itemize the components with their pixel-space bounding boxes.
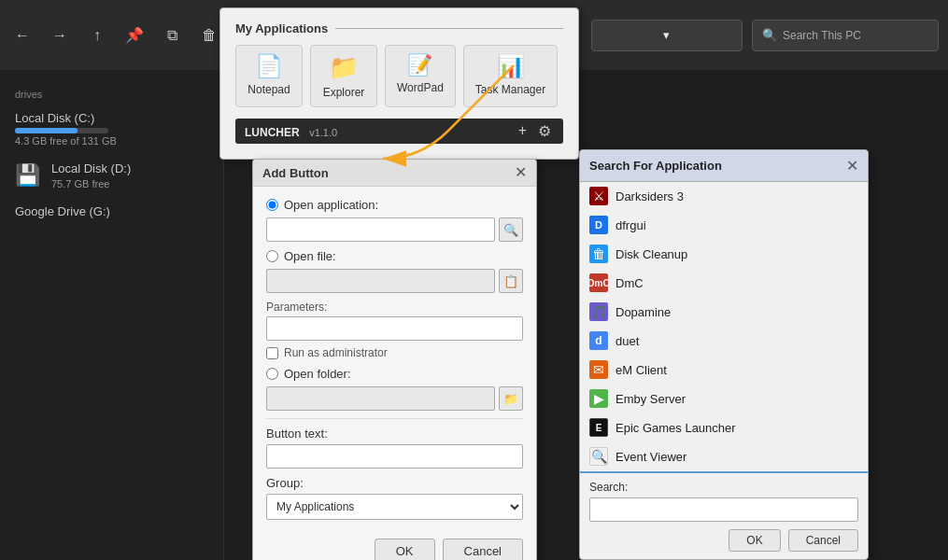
- run-as-admin-row[interactable]: Run as administrator: [266, 346, 523, 359]
- open-app-label: Open application:: [284, 198, 378, 212]
- app-notepad-button[interactable]: 📄 Notepad: [235, 45, 303, 107]
- app-name-dfrgui: dfrgui: [615, 218, 646, 232]
- app-name-epic: Epic Games Launcher: [615, 421, 736, 435]
- params-label: Parameters:: [266, 301, 523, 314]
- app-item-dopamine[interactable]: 🎵 Dopamine: [580, 298, 868, 327]
- app-name-duet: duet: [615, 334, 639, 348]
- ok-button[interactable]: OK: [375, 539, 435, 560]
- open-file-input-row: 📋: [266, 269, 523, 293]
- open-app-text-input[interactable]: [266, 217, 495, 242]
- button-text-label: Button text:: [266, 427, 523, 441]
- app-item-darksiders[interactable]: ⚔ Darksiders 3: [580, 182, 868, 211]
- group-select[interactable]: My Applications: [266, 494, 523, 520]
- search-dialog-footer: OK Cancel: [589, 529, 858, 552]
- app-name-diskcleanup: Disk Cleanup: [615, 247, 687, 261]
- open-app-option[interactable]: Open application:: [266, 198, 523, 212]
- pin-icon[interactable]: 📌: [121, 22, 148, 49]
- params-input[interactable]: [266, 316, 523, 341]
- drive-g[interactable]: Google Drive (G:): [0, 197, 223, 229]
- app-icon-emclient: ✉: [589, 360, 608, 379]
- delete-icon[interactable]: 🗑: [196, 22, 222, 49]
- search-placeholder: Search This PC: [783, 29, 861, 42]
- drive-d[interactable]: 💾 Local Disk (D:) 75.7 GB free: [0, 154, 223, 197]
- open-folder-input-row: 📁: [266, 386, 523, 411]
- open-file-option[interactable]: Open file:: [266, 249, 523, 263]
- add-app-button[interactable]: +: [516, 122, 530, 140]
- my-apps-title-text: My Applications: [235, 21, 328, 35]
- wordpad-icon: 📝: [407, 53, 432, 77]
- button-text-input[interactable]: [266, 444, 523, 469]
- open-file-text-input[interactable]: [266, 269, 495, 293]
- open-folder-text-input[interactable]: [266, 386, 495, 411]
- search-ok-button[interactable]: OK: [729, 529, 780, 552]
- drive-c-bar-bg: [15, 128, 108, 133]
- explorer-label: Explorer: [323, 86, 365, 99]
- copy-icon[interactable]: ⧉: [159, 22, 185, 49]
- app-item-embyserver[interactable]: ▶ Emby Server: [580, 385, 868, 413]
- app-explorer-button[interactable]: 📁 Explorer: [310, 45, 377, 107]
- settings-button[interactable]: ⚙: [535, 122, 554, 140]
- open-folder-browse-button[interactable]: 📁: [499, 386, 523, 411]
- luncher-version: v1.1.0: [309, 127, 337, 138]
- app-name-dmc: DmC: [615, 276, 644, 290]
- run-as-admin-checkbox[interactable]: [266, 347, 278, 359]
- app-icon-eventviewer: 🔍: [589, 447, 608, 466]
- search-cancel-button[interactable]: Cancel: [788, 529, 858, 552]
- wordpad-label: WordPad: [397, 81, 444, 94]
- app-icon-dmc: DmC: [589, 273, 608, 292]
- search-dialog-close-button[interactable]: ✕: [846, 157, 858, 175]
- chevron-dropdown[interactable]: ▾: [591, 20, 743, 51]
- search-app-dialog: Search For Application ✕ ⚔ Darksiders 3 …: [579, 149, 869, 560]
- open-app-input-row: 🔍: [266, 217, 523, 242]
- drive-d-info: 75.7 GB free: [51, 178, 131, 189]
- app-item-emclient[interactable]: ✉ eM Client: [580, 356, 868, 385]
- luncher-branding: LUNCHER v1.1.0: [245, 123, 337, 140]
- app-name-eventviewer: Event Viewer: [615, 450, 686, 464]
- up-icon[interactable]: ↑: [84, 22, 110, 49]
- dialog-title: Add Button: [262, 166, 329, 180]
- app-list-container: ⚔ Darksiders 3 D dfrgui 🗑 Disk Cleanup D…: [580, 182, 868, 473]
- app-item-dmc[interactable]: DmC DmC: [580, 269, 868, 298]
- notepad-label: Notepad: [248, 83, 290, 96]
- open-file-radio[interactable]: [266, 250, 278, 262]
- app-item-duet[interactable]: d duet: [580, 327, 868, 356]
- back-icon[interactable]: ←: [9, 22, 35, 49]
- open-file-label: Open file:: [284, 249, 336, 263]
- notepad-icon: 📄: [255, 53, 283, 79]
- app-wordpad-button[interactable]: 📝 WordPad: [385, 45, 456, 107]
- luncher-name: LUNCHER: [245, 126, 300, 139]
- app-icon-embyserver: ▶: [589, 389, 608, 408]
- app-icon-dopamine: 🎵: [589, 302, 608, 321]
- app-item-eventviewer[interactable]: 🔍 Event Viewer: [580, 442, 868, 471]
- group-label: Group:: [266, 476, 523, 490]
- open-folder-label: Open folder:: [284, 367, 351, 381]
- open-folder-option[interactable]: Open folder:: [266, 367, 523, 381]
- app-name-dopamine: Dopamine: [615, 305, 671, 319]
- open-app-search-button[interactable]: 🔍: [499, 217, 523, 242]
- open-app-radio[interactable]: [266, 199, 278, 211]
- app-taskmanager-button[interactable]: 📊 Task Manager: [463, 45, 558, 107]
- search-box[interactable]: 🔍 Search This PC: [752, 20, 939, 51]
- app-item-dfrgui[interactable]: D dfrgui: [580, 211, 868, 240]
- dialog-body: Open application: 🔍 Open file: 📋 Paramet…: [253, 187, 536, 531]
- app-icon-darksiders: ⚔: [589, 187, 608, 205]
- apps-grid: 📄 Notepad 📁 Explorer 📝 WordPad 📊 Task Ma…: [235, 45, 563, 107]
- open-file-browse-button[interactable]: 📋: [499, 269, 523, 293]
- drive-d-icon: 💾: [15, 163, 40, 188]
- my-apps-title: My Applications: [235, 21, 563, 35]
- cancel-button[interactable]: Cancel: [443, 539, 523, 560]
- dialog-close-button[interactable]: ✕: [515, 165, 527, 180]
- open-folder-radio[interactable]: [266, 368, 278, 380]
- drive-c[interactable]: Local Disk (C:) 4.3 GB free of 131 GB: [0, 104, 223, 154]
- forward-icon[interactable]: →: [47, 22, 73, 49]
- app-icon-epic: E: [589, 418, 608, 437]
- drive-c-info: 4.3 GB free of 131 GB: [15, 135, 208, 147]
- app-name-embyserver: Emby Server: [615, 392, 686, 406]
- taskmanager-label: Task Manager: [475, 83, 545, 96]
- search-icon: 🔍: [762, 28, 777, 42]
- my-apps-popup: My Applications 📄 Notepad 📁 Explorer 📝 W…: [219, 7, 579, 160]
- app-item-diskcleanup[interactable]: 🗑 Disk Cleanup: [580, 240, 868, 269]
- drive-g-name: Google Drive (G:): [15, 204, 208, 218]
- app-item-epic[interactable]: E Epic Games Launcher: [580, 413, 868, 442]
- search-input[interactable]: [589, 497, 858, 522]
